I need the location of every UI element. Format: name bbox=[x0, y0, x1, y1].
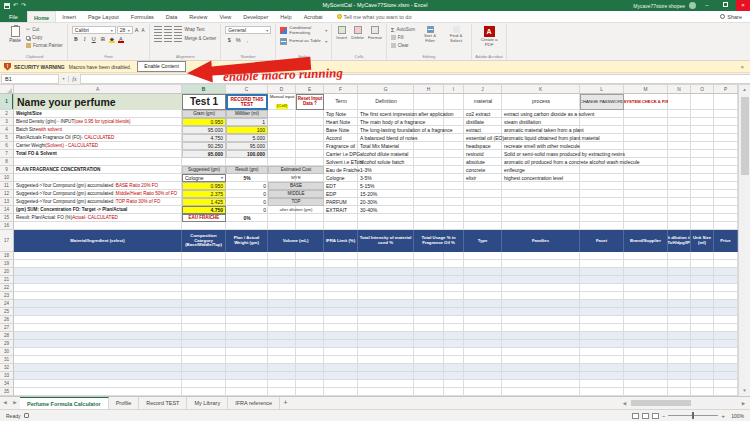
percent-format-button[interactable]: % bbox=[234, 36, 242, 44]
cell-G7[interactable]: alcohol dilute material bbox=[358, 150, 414, 158]
merge-center-button[interactable]: Merge & Center bbox=[184, 36, 216, 41]
row-header-34[interactable]: 34 bbox=[0, 380, 14, 388]
format-cells-button[interactable]: Format bbox=[368, 26, 382, 40]
cell-K3[interactable]: steam distillation bbox=[502, 118, 580, 126]
cell-J17[interactable]: Type bbox=[464, 230, 502, 252]
align-right-icon[interactable] bbox=[174, 35, 182, 42]
row-header-13[interactable]: 13 bbox=[0, 198, 14, 206]
row-header-16[interactable]: 16 bbox=[0, 222, 14, 230]
cell-A4[interactable]: Batch Size with solvent bbox=[14, 126, 182, 134]
cell-F10[interactable]: Cologne bbox=[324, 174, 358, 182]
ribbon-tab-page-layout[interactable]: Page Layout bbox=[82, 11, 125, 22]
column-header-K[interactable]: K bbox=[502, 85, 580, 94]
row-header-11[interactable]: 11 bbox=[0, 182, 14, 190]
ribbon-tab-review[interactable]: Review bbox=[183, 11, 213, 22]
cell-A2[interactable]: Weight/Size bbox=[14, 110, 182, 118]
cell-A15[interactable]: Result: Plan/Actual: FO (%) Actual- CALC… bbox=[14, 214, 182, 222]
cell-B3[interactable]: 0.950 bbox=[182, 118, 226, 126]
cell-C6[interactable]: 95.000 bbox=[226, 142, 268, 150]
row-header-23[interactable]: 23 bbox=[0, 292, 14, 300]
row-header-29[interactable]: 29 bbox=[0, 340, 14, 348]
cell-C13[interactable]: 0 bbox=[226, 198, 268, 206]
row-header-19[interactable]: 19 bbox=[0, 260, 14, 268]
row-header-8[interactable]: 8 bbox=[0, 158, 14, 166]
reset-input-button[interactable]: Reset Input Data ? bbox=[296, 94, 324, 110]
row-header-35[interactable]: 35 bbox=[0, 388, 14, 396]
row-header-28[interactable]: 28 bbox=[0, 332, 14, 340]
shrink-font-button[interactable]: A bbox=[140, 28, 145, 33]
account-name[interactable]: Mycave77store shopee bbox=[633, 3, 685, 9]
cell-O17[interactable]: Unit Size (ml) bbox=[691, 230, 714, 252]
ribbon-tab-developer[interactable]: Developer bbox=[237, 11, 274, 22]
cell-D12[interactable]: MIDDLE bbox=[268, 190, 324, 198]
name-box[interactable]: B1 bbox=[1, 74, 59, 84]
scroll-left-icon[interactable]: ◀ bbox=[620, 401, 629, 406]
cell-K8[interactable]: aromatic oil produced from a concrete al… bbox=[502, 158, 580, 166]
sheet-nav-left-icon[interactable]: ◀ bbox=[0, 397, 10, 409]
cell-A6[interactable]: Carrier Weight (Solvent) - CALCULATED bbox=[14, 142, 182, 150]
cell-C3[interactable]: 1 bbox=[226, 118, 268, 126]
row-header-24[interactable]: 24 bbox=[0, 300, 14, 308]
cell-C5[interactable]: 5.000 bbox=[226, 134, 268, 142]
column-header-E[interactable]: E bbox=[296, 85, 324, 94]
ribbon-tab-data[interactable]: Data bbox=[160, 11, 184, 22]
row-header-7[interactable]: 7 bbox=[0, 150, 14, 158]
row-header-12[interactable]: 12 bbox=[0, 190, 14, 198]
row-header-17[interactable]: 17 bbox=[0, 230, 14, 252]
borders-button[interactable]: ⊞ bbox=[99, 35, 107, 43]
cell-G5[interactable]: A balanced blend of notes bbox=[358, 134, 414, 142]
new-sheet-button[interactable]: + bbox=[280, 397, 291, 409]
column-header-N[interactable]: N bbox=[668, 85, 691, 94]
cell-C15[interactable]: 0% bbox=[226, 214, 268, 222]
clear-button[interactable]: Clear bbox=[391, 42, 415, 49]
cell-B9[interactable]: Suggested (gm) bbox=[182, 166, 226, 174]
sheet-tab-perfume-formula-calculator[interactable]: Perfume Formula Calculator bbox=[20, 397, 109, 409]
cell-F9[interactable]: Eau de Fraiche bbox=[324, 166, 358, 174]
row-header-27[interactable]: 27 bbox=[0, 324, 14, 332]
cell-B12[interactable]: 2.375 bbox=[182, 190, 226, 198]
formula-input[interactable] bbox=[80, 74, 750, 84]
cell-K1[interactable]: process bbox=[502, 94, 580, 110]
cell-K17[interactable]: Families bbox=[502, 230, 580, 252]
cell-B6[interactable]: 90.250 bbox=[182, 142, 226, 150]
delete-cells-button[interactable]: Delete bbox=[351, 26, 364, 40]
cell-G1[interactable]: Definition bbox=[358, 94, 414, 110]
copy-button[interactable]: Copy bbox=[26, 34, 63, 41]
fill-button[interactable]: Fill bbox=[391, 34, 415, 41]
column-header-A[interactable]: A bbox=[14, 85, 182, 94]
column-header-F[interactable]: F bbox=[324, 85, 358, 94]
cell-C10[interactable]: 5% bbox=[226, 174, 268, 182]
column-header-L[interactable]: L bbox=[580, 85, 624, 94]
cell-G9[interactable]: 1-3% bbox=[358, 166, 414, 174]
cell-J7[interactable]: resinoid bbox=[464, 150, 502, 158]
cell-F17[interactable]: IFRA Limit (%) bbox=[324, 230, 358, 252]
cell-L17[interactable]: Facet bbox=[580, 230, 624, 252]
sheet-tab-ifra-reference[interactable]: IFRA reference bbox=[228, 397, 280, 409]
name-box-dropdown-icon[interactable]: ▾ bbox=[59, 76, 68, 81]
ribbon-tab-acrobat[interactable]: Acrobat bbox=[298, 11, 329, 22]
cell-F2[interactable]: Top Note bbox=[324, 110, 358, 118]
column-header-I[interactable]: I bbox=[444, 85, 464, 94]
paste-button[interactable]: Paste bbox=[6, 26, 24, 43]
system-check-button[interactable]: "SYSTEM CHECK & FIX" bbox=[624, 94, 668, 110]
cell-C17[interactable]: Plan / Actual Weight (gm) bbox=[226, 230, 268, 252]
cell-D17[interactable]: Volume (mL) bbox=[268, 230, 324, 252]
row-header-21[interactable]: 21 bbox=[0, 276, 14, 284]
cell-P17[interactable]: Price bbox=[714, 230, 738, 252]
dropdown-arrow-icon[interactable]: ▾ bbox=[221, 176, 223, 180]
autosum-button[interactable]: ΣAutoSum bbox=[391, 26, 415, 33]
scroll-down-icon[interactable]: ▼ bbox=[739, 386, 750, 396]
cell-D10[interactable]: MYR bbox=[268, 174, 324, 182]
cell-F7[interactable]: Carrier i.e DPG bbox=[324, 150, 358, 158]
row-header-9[interactable]: 9 bbox=[0, 166, 14, 174]
ribbon-tab-home[interactable]: Home bbox=[27, 11, 56, 22]
undo-icon[interactable]: ↶ bbox=[13, 0, 18, 11]
cell-D14[interactable]: after dilution (gm) bbox=[268, 206, 324, 214]
cell-K2[interactable]: extract using carbon dioxide as a solven… bbox=[502, 110, 580, 118]
cell-F3[interactable]: Heart Note bbox=[324, 118, 358, 126]
cell-K9[interactable]: enfleurge bbox=[502, 166, 580, 174]
cell-F14[interactable]: EXTRAIT bbox=[324, 206, 358, 214]
vertical-scrollbar[interactable]: ▲ ▼ bbox=[738, 85, 750, 396]
cell-C11[interactable]: 0 bbox=[226, 182, 268, 190]
cell-A9[interactable]: PLAN FRAGRANCE CONCENTRATION bbox=[14, 166, 182, 174]
